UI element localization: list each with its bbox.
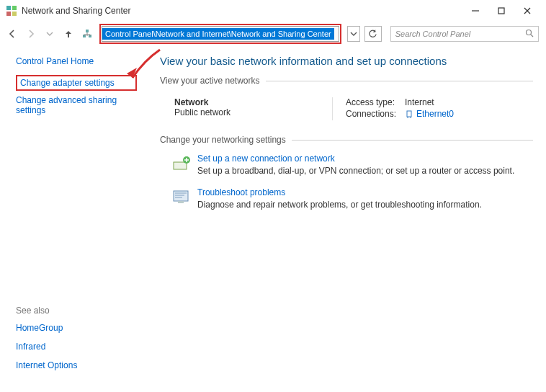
divider <box>292 140 533 141</box>
active-network-row: Network Public network Access type: Inte… <box>160 90 533 135</box>
network-name: Network <box>174 97 332 107</box>
breadcrumb-icon <box>81 27 94 40</box>
svg-rect-1 <box>12 6 17 10</box>
change-settings-header: Change your networking settings <box>160 135 533 145</box>
back-button[interactable] <box>4 26 20 42</box>
adapter-highlight: Change adapter settings <box>16 75 137 91</box>
window-title: Network and Sharing Center <box>22 6 462 16</box>
svg-rect-13 <box>407 111 411 117</box>
network-details: Access type: Internet Connections: Ether… <box>333 97 533 120</box>
setup-connection-item: Set up a new connection or network Set u… <box>171 153 533 176</box>
access-type-label: Access type: <box>346 97 405 107</box>
main-panel: View your basic network information and … <box>151 46 546 392</box>
network-type: Public network <box>174 107 332 117</box>
svg-rect-2 <box>6 12 11 16</box>
address-bar[interactable]: Control Panel\Network and Internet\Netwo… <box>102 26 339 42</box>
recent-dropdown[interactable] <box>42 26 58 42</box>
troubleshoot-desc: Diagnose and repair network problems, or… <box>197 200 482 210</box>
svg-rect-0 <box>6 6 11 10</box>
address-text: Control Panel\Network and Internet\Netwo… <box>102 28 334 40</box>
ethernet-icon <box>405 110 413 118</box>
divider <box>266 81 533 81</box>
svg-rect-10 <box>86 30 89 32</box>
active-networks-label: View your active networks <box>160 76 260 86</box>
troubleshoot-icon <box>171 187 192 208</box>
setup-connection-icon <box>171 153 192 174</box>
see-also-section: See also HomeGroup Infrared Internet Opt… <box>16 306 151 383</box>
svg-rect-19 <box>178 201 184 203</box>
breadcrumb-highlight: Control Panel\Network and Internet\Netwo… <box>99 24 341 44</box>
forward-button[interactable] <box>23 26 39 42</box>
svg-rect-3 <box>12 12 17 16</box>
svg-line-12 <box>531 35 533 37</box>
svg-point-11 <box>527 30 532 35</box>
change-adapter-settings-link[interactable]: Change adapter settings <box>20 78 133 88</box>
troubleshoot-link[interactable]: Troubleshoot problems <box>197 187 482 197</box>
control-panel-home-link[interactable]: Control Panel Home <box>16 56 151 66</box>
minimize-button[interactable] <box>462 1 488 20</box>
infrared-link[interactable]: Infrared <box>16 342 151 352</box>
settings-list: Set up a new connection or network Set u… <box>160 149 533 210</box>
active-networks-header: View your active networks <box>160 76 533 86</box>
see-also-header: See also <box>16 306 151 316</box>
access-type-value: Internet <box>405 97 434 107</box>
navbar: Control Panel\Network and Internet\Netwo… <box>0 22 546 46</box>
network-identity: Network Public network <box>174 97 333 120</box>
sidebar: Control Panel Home Change adapter settin… <box>0 46 151 392</box>
close-button[interactable] <box>514 1 540 20</box>
svg-rect-18 <box>174 191 188 201</box>
internet-options-link[interactable]: Internet Options <box>16 360 151 370</box>
connections-label: Connections: <box>346 109 405 119</box>
maximize-button[interactable] <box>488 1 514 20</box>
up-button[interactable] <box>61 26 76 42</box>
svg-rect-16 <box>174 162 187 169</box>
search-placeholder: Search Control Panel <box>395 30 525 38</box>
search-input[interactable]: Search Control Panel <box>390 26 539 42</box>
setup-connection-link[interactable]: Set up a new connection or network <box>197 153 514 164</box>
change-settings-label: Change your networking settings <box>160 135 286 145</box>
app-icon <box>6 5 17 17</box>
troubleshoot-item: Troubleshoot problems Diagnose and repai… <box>171 187 533 210</box>
svg-rect-5 <box>498 8 504 14</box>
search-icon <box>525 29 534 40</box>
refresh-button[interactable] <box>364 26 382 42</box>
titlebar: Network and Sharing Center <box>0 0 546 22</box>
setup-connection-desc: Set up a broadband, dial-up, or VPN conn… <box>197 166 514 176</box>
connection-link[interactable]: Ethernet0 <box>416 109 454 119</box>
change-advanced-sharing-link[interactable]: Change advanced sharing settings <box>16 95 124 115</box>
content: Control Panel Home Change adapter settin… <box>0 46 546 392</box>
page-title: View your basic network information and … <box>160 55 533 67</box>
homegroup-link[interactable]: HomeGroup <box>16 323 151 333</box>
address-dropdown[interactable] <box>347 26 360 42</box>
